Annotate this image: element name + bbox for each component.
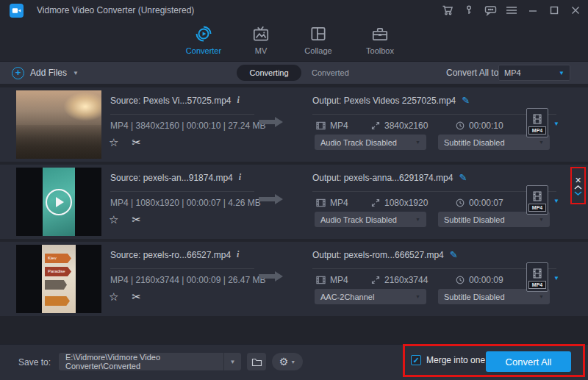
rename-pencil-icon[interactable]: ✎	[462, 95, 470, 106]
remove-file-icon[interactable]: ✕	[575, 176, 581, 184]
output-filename: Output: pexels-rom...666527.mp4	[312, 250, 444, 260]
add-icon: +	[12, 67, 24, 79]
source-media-info: MP4 | 1080x1920 | 00:00:07 | 4.26 MB	[110, 198, 261, 208]
format-icon	[316, 198, 326, 207]
save-path-value: E:\Vidmore\Vidmore Video Converter\Conve…	[65, 353, 223, 370]
main-tabs: Converter MV Collage Toolbox	[0, 21, 588, 61]
converting-tab[interactable]: Converting	[237, 65, 301, 81]
rename-pencil-icon[interactable]: ✎	[459, 172, 467, 183]
audio-track-dropdown[interactable]: Audio Track Disabled▼	[315, 212, 426, 227]
mp4-badge-icon[interactable]: MP4	[526, 108, 548, 137]
photo-sign-text: Kiev	[45, 254, 71, 263]
row-controls-annotation: ✕	[570, 167, 586, 204]
photo-sign-text: Paradise	[45, 267, 71, 276]
file-row-3[interactable]: Kiev Paradise Source: pexels-ro...66527.…	[0, 242, 588, 316]
app-logo-icon	[10, 4, 24, 18]
tab-label: Collage	[296, 46, 340, 55]
toolbar: + Add Files ▼ Converting Converted Conve…	[0, 62, 588, 84]
cart-icon[interactable]	[441, 4, 454, 17]
chevron-down-icon: ▼	[73, 70, 79, 76]
move-down-icon[interactable]	[574, 191, 582, 196]
output-format-select[interactable]: MP4 ▼	[498, 65, 570, 81]
move-up-icon[interactable]	[574, 185, 582, 190]
output-format: MP4	[330, 198, 348, 208]
tab-collage[interactable]: Collage	[296, 24, 340, 60]
add-files-label: Add Files	[30, 68, 67, 78]
minimize-icon[interactable]	[526, 4, 539, 17]
resolution-icon	[371, 121, 380, 130]
chevron-down-icon: ▼	[415, 294, 420, 299]
audio-track-dropdown[interactable]: AAC-2Channel▼	[315, 289, 426, 304]
chevron-down-icon: ▼	[539, 140, 544, 145]
info-icon[interactable]: i	[239, 172, 241, 183]
format-value: MP4	[504, 68, 521, 77]
maximize-icon[interactable]	[548, 4, 561, 17]
convert-all-to-label: Convert All to:	[446, 62, 501, 84]
cut-icon[interactable]: ✂	[132, 213, 141, 226]
format-icon	[316, 276, 326, 284]
resolution-icon	[371, 276, 380, 284]
edit-effects-icon[interactable]: ☆	[109, 136, 118, 149]
cut-icon[interactable]: ✂	[132, 290, 141, 304]
video-thumbnail	[16, 90, 101, 159]
edit-effects-icon[interactable]: ☆	[109, 213, 118, 226]
arrow-right-icon	[259, 194, 284, 204]
chevron-down-icon[interactable]: ▼	[553, 121, 559, 127]
chevron-down-icon: ▼	[559, 70, 564, 76]
save-path-select[interactable]: E:\Vidmore\Vidmore Video Converter\Conve…	[59, 353, 241, 370]
register-key-icon[interactable]	[462, 4, 476, 17]
gear-icon: ⚙	[279, 356, 289, 368]
output-resolution: 2160x3744	[384, 275, 428, 285]
chevron-down-icon[interactable]: ▼	[553, 198, 559, 204]
clock-icon	[456, 121, 465, 130]
collage-icon	[296, 24, 340, 44]
app-window: Vidmore Video Converter (Unregistered)	[0, 0, 588, 380]
info-icon[interactable]: i	[237, 95, 240, 106]
converted-tab[interactable]: Converted	[312, 62, 349, 84]
edit-effects-icon[interactable]: ☆	[109, 290, 118, 304]
toolbox-icon	[358, 24, 402, 44]
arrow-right-icon	[259, 271, 284, 282]
mp4-badge-icon[interactable]: MP4	[526, 262, 548, 292]
chevron-down-icon[interactable]: ▼	[553, 275, 559, 282]
tab-toolbox[interactable]: Toolbox	[358, 24, 402, 60]
output-duration: 00:00:07	[469, 198, 503, 208]
converter-icon	[176, 24, 232, 44]
tab-mv[interactable]: MV	[243, 24, 279, 60]
feedback-icon[interactable]	[484, 4, 497, 17]
settings-button[interactable]: ⚙ ▼	[272, 353, 303, 370]
add-files-button[interactable]: + Add Files ▼	[12, 62, 79, 84]
video-thumbnail	[16, 168, 101, 236]
video-thumbnail: Kiev Paradise	[16, 245, 101, 313]
output-filename: Output: pexels-anna...6291874.mp4	[312, 173, 453, 183]
tab-label: Converter	[176, 46, 232, 55]
output-duration: 00:00:10	[469, 121, 503, 131]
open-folder-button[interactable]	[247, 353, 266, 370]
source-filename: Source: pexels-an...91874.mp4	[110, 173, 233, 183]
cut-icon[interactable]: ✂	[132, 136, 141, 149]
chevron-down-icon: ▼	[290, 359, 295, 365]
convert-annotation-box	[403, 344, 585, 377]
source-media-info: MP4 | 3840x2160 | 00:00:10 | 27.24 MB	[110, 121, 266, 131]
tab-label: Toolbox	[358, 46, 402, 55]
info-icon[interactable]: i	[237, 249, 239, 260]
chevron-down-icon: ▼	[539, 294, 544, 299]
save-to-label: Save to:	[18, 357, 51, 368]
chevron-down-icon: ▼	[415, 140, 420, 145]
source-media-info: MP4 | 2160x3744 | 00:00:09 | 26.47 MB	[110, 275, 266, 285]
output-filename: Output: Pexels Videos 2257025.mp4	[312, 96, 456, 106]
play-icon[interactable]	[46, 189, 72, 215]
file-row-1[interactable]: Source: Pexels Vi...57025.mp4 i MP4 | 38…	[0, 87, 588, 162]
close-icon[interactable]	[569, 4, 582, 17]
tab-converter[interactable]: Converter	[176, 24, 232, 60]
rename-pencil-icon[interactable]: ✎	[450, 249, 458, 260]
output-duration: 00:00:09	[469, 275, 503, 285]
chevron-down-icon: ▼	[223, 353, 241, 370]
mv-icon	[243, 24, 279, 44]
audio-track-dropdown[interactable]: Audio Track Disabled▼	[315, 135, 426, 150]
source-filename: Source: pexels-ro...66527.mp4	[110, 250, 231, 260]
file-row-2[interactable]: Source: pexels-an...91874.mp4 i MP4 | 10…	[0, 165, 588, 239]
output-resolution: 1080x1920	[384, 198, 428, 208]
mp4-badge-icon[interactable]: MP4	[526, 185, 548, 215]
menu-icon[interactable]	[505, 4, 518, 17]
